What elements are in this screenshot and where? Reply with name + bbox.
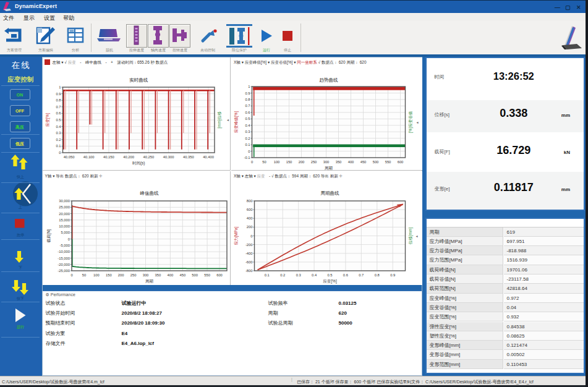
svg-text:50: 50 [82, 273, 85, 277]
svg-text:0.1: 0.1 [245, 143, 250, 147]
svg-text:15,000: 15,000 [59, 218, 70, 221]
svg-text:-200: -200 [245, 242, 253, 246]
svg-text:0: 0 [70, 273, 72, 277]
svg-text:-600: -600 [245, 260, 253, 263]
svg-text:40,150: 40,150 [103, 155, 114, 159]
svg-text:0.7: 0.7 [56, 104, 61, 108]
svg-text:◂: ◂ [417, 120, 419, 124]
svg-text:-5,000: -5,000 [59, 243, 69, 247]
svg-text:0.5: 0.5 [327, 273, 332, 277]
svg-text:[%]应变谷值: [%]应变谷值 [408, 111, 413, 133]
svg-text:350: 350 [155, 273, 161, 277]
svg-text:1: 1 [59, 85, 61, 89]
svg-text:40,250: 40,250 [143, 155, 154, 159]
svg-text:0.8: 0.8 [56, 98, 61, 102]
svg-text:1: 1 [248, 85, 250, 88]
svg-text:0.5: 0.5 [56, 118, 61, 122]
svg-text:25,000: 25,000 [59, 205, 70, 209]
svg-text:0: 0 [59, 151, 61, 155]
svg-text:40,300: 40,300 [163, 155, 174, 159]
svg-text:150: 150 [105, 273, 111, 277]
svg-text:0.4: 0.4 [312, 273, 317, 277]
svg-text:100: 100 [93, 273, 99, 277]
svg-text:0.9: 0.9 [56, 91, 61, 95]
svg-text:0.8: 0.8 [245, 97, 250, 101]
svg-text:400: 400 [247, 216, 253, 220]
svg-text:0.6: 0.6 [245, 110, 250, 114]
svg-text:450: 450 [360, 160, 367, 164]
svg-text:350: 350 [336, 160, 342, 164]
svg-text:250: 250 [311, 160, 317, 164]
svg-text:载荷[N]: 载荷[N] [46, 229, 51, 243]
svg-text:-15,000: -15,000 [58, 256, 70, 260]
svg-text:应力[MPa]: 应力[MPa] [234, 226, 239, 245]
svg-text:600: 600 [247, 208, 253, 211]
svg-text:300: 300 [323, 160, 330, 164]
svg-text:40,400: 40,400 [203, 155, 214, 159]
svg-text:峰值曲线: 峰值曲线 [140, 190, 159, 196]
svg-text:0: 0 [251, 160, 253, 164]
svg-text:550: 550 [385, 160, 391, 164]
svg-text:40,100: 40,100 [83, 155, 94, 159]
svg-text:应变[%]: 应变[%] [45, 113, 50, 127]
svg-text:500: 500 [373, 160, 379, 164]
svg-text:200: 200 [117, 273, 124, 277]
svg-text:400: 400 [167, 273, 173, 277]
svg-text:0: 0 [248, 149, 250, 153]
svg-text:0.4: 0.4 [245, 123, 250, 127]
svg-text:250: 250 [130, 273, 136, 277]
svg-text:位移[mm]: 位移[mm] [408, 227, 413, 244]
svg-text:周期: 周期 [325, 166, 333, 170]
svg-text:10,000: 10,000 [59, 224, 70, 228]
svg-text:5,000: 5,000 [61, 231, 70, 234]
svg-text:800: 800 [247, 199, 253, 203]
svg-text:0: 0 [250, 234, 252, 237]
svg-text:600: 600 [398, 160, 404, 164]
svg-text:550: 550 [204, 273, 210, 277]
svg-text:应变[%]: 应变[%] [323, 279, 337, 284]
svg-text:0.3: 0.3 [56, 131, 61, 135]
svg-text:200: 200 [247, 225, 253, 229]
svg-text:周期曲线: 周期曲线 [321, 190, 340, 196]
svg-text:-0.1: -0.1 [244, 156, 250, 159]
svg-text:600: 600 [216, 273, 223, 277]
svg-text:实时曲线: 实时曲线 [129, 77, 148, 83]
svg-text:40,050: 40,050 [63, 155, 74, 159]
svg-text:-25,000: -25,000 [58, 269, 70, 273]
svg-text:0.3: 0.3 [245, 130, 250, 134]
svg-text:0.2: 0.2 [280, 273, 285, 277]
svg-text:0.9: 0.9 [245, 91, 250, 95]
svg-text:0.8: 0.8 [375, 273, 380, 277]
svg-text:500: 500 [192, 273, 198, 277]
svg-text:0.6: 0.6 [343, 273, 348, 277]
svg-text:0.9: 0.9 [390, 273, 395, 277]
svg-text:-800: -800 [245, 269, 253, 273]
svg-text:40,350: 40,350 [182, 155, 194, 159]
svg-text:30,000: 30,000 [59, 199, 70, 203]
svg-text:[mm]位移: [mm]位移 [217, 111, 222, 128]
svg-text:0.6: 0.6 [56, 111, 61, 115]
svg-text:0.3: 0.3 [296, 273, 301, 277]
svg-text:0.5: 0.5 [245, 117, 250, 121]
svg-text:50: 50 [262, 160, 266, 164]
svg-text:40,200: 40,200 [123, 155, 134, 159]
svg-text:◂: ◂ [416, 234, 418, 237]
svg-text:0.4: 0.4 [56, 124, 61, 128]
svg-text:20,000: 20,000 [59, 211, 70, 215]
svg-text:0.7: 0.7 [245, 104, 250, 108]
svg-text:应变峰值[%]: 应变峰值[%] [234, 111, 239, 133]
svg-text:-400: -400 [245, 251, 253, 255]
svg-text:0.2: 0.2 [245, 136, 250, 140]
svg-text:400: 400 [348, 160, 354, 164]
svg-text:时间(s): 时间(s) [132, 161, 145, 166]
svg-text:0.7: 0.7 [359, 273, 364, 277]
svg-text:200: 200 [299, 160, 305, 164]
svg-text:0.1: 0.1 [265, 273, 270, 277]
svg-text:0.1: 0.1 [56, 144, 61, 148]
svg-text:-10,000: -10,000 [58, 250, 70, 253]
svg-text:趋势曲线: 趋势曲线 [320, 77, 339, 83]
svg-text:450: 450 [179, 273, 185, 277]
svg-text:100: 100 [274, 160, 280, 164]
svg-text:周期: 周期 [145, 279, 153, 283]
svg-text:0: 0 [67, 237, 69, 240]
